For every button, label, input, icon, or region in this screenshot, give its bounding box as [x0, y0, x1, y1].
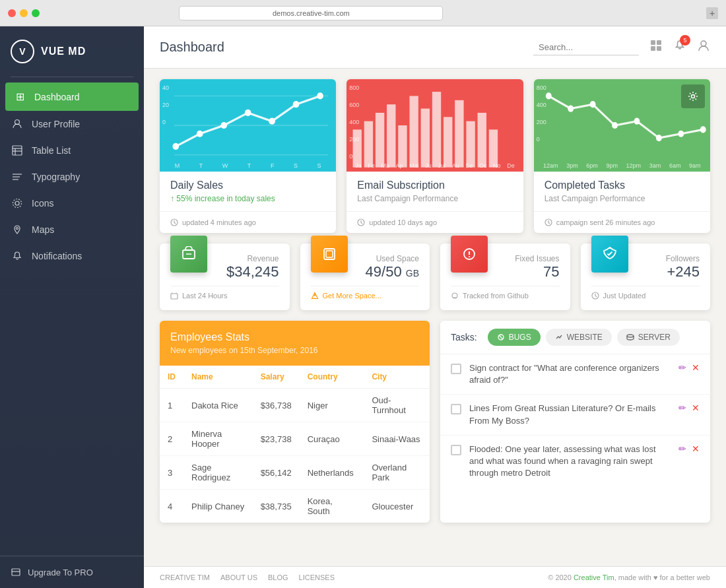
cell-salary: $56,142: [253, 456, 300, 490]
completed-tasks-body: Completed Tasks Last Campaign Performanc…: [534, 172, 710, 211]
content-body: 40 20 0: [144, 69, 726, 566]
task-checkbox-1[interactable]: [451, 404, 461, 414]
cell-id: 1: [160, 389, 183, 422]
followers-footer: Just Updated: [591, 286, 700, 300]
used-space-icon: [311, 236, 348, 273]
sidebar-item-table-list[interactable]: Table List: [0, 137, 144, 164]
completed-tasks-footer-text: campaign sent 26 minutes ago: [556, 218, 655, 226]
task-checkbox-2[interactable]: [451, 445, 461, 455]
svg-rect-55: [171, 294, 178, 299]
svg-rect-1: [13, 146, 22, 155]
sidebar-item-icons[interactable]: Icons: [0, 190, 144, 216]
dot-yellow[interactable]: [20, 9, 28, 17]
svg-rect-31: [376, 113, 384, 168]
upgrade-button[interactable]: Upgrade To PRO: [11, 567, 133, 577]
employees-table-subtitle: New employees on 15th September, 2016: [170, 346, 419, 355]
daily-sales-card: 40 20 0: [160, 79, 336, 233]
employees-table-title: Employees Stats: [170, 331, 419, 343]
col-salary: Salary: [253, 366, 300, 389]
footer-link-about-us[interactable]: ABOUT US: [220, 573, 257, 581]
svg-point-50: [700, 126, 706, 133]
server-tab[interactable]: SERVER: [617, 329, 680, 346]
footer-link-licenses[interactable]: LICENSES: [299, 573, 335, 581]
daily-sales-chart: 40 20 0: [160, 79, 336, 172]
svg-point-43: [545, 92, 551, 99]
sidebar-item-maps[interactable]: Maps: [0, 216, 144, 243]
browser-dots: [8, 9, 40, 17]
icons-icon: [11, 198, 24, 209]
fixed-issues-info: Fixed Issues 75: [496, 254, 560, 280]
task-edit-button-0[interactable]: ✏: [678, 362, 686, 373]
fixed-issues-footer: Tracked from Github: [451, 286, 560, 300]
used-space-label: Used Space: [356, 254, 420, 263]
task-actions-2: ✏ ✕: [678, 443, 700, 454]
task-checkbox-0[interactable]: [451, 364, 461, 374]
daily-sales-footer-text: updated 4 minutes ago: [182, 218, 256, 226]
main-content: Dashboard 5: [144, 26, 726, 588]
employees-table-card: Employees Stats New employees on 15th Se…: [160, 321, 430, 523]
search-input[interactable]: [533, 40, 639, 55]
email-subscription-card: 800 600 400 200 0: [346, 79, 523, 233]
col-name: Name: [183, 366, 253, 389]
chart-label-0: 0: [162, 119, 169, 125]
user-avatar-button[interactable]: [697, 39, 710, 55]
task-actions-0: ✏ ✕: [678, 362, 700, 373]
map-icon: [11, 224, 24, 235]
svg-point-62: [469, 256, 470, 257]
sidebar: V VUE MD ⊞ Dashboard User Profile: [0, 26, 144, 588]
revenue-label: Revenue: [215, 254, 279, 263]
sidebar-item-typography[interactable]: Typography: [0, 164, 144, 190]
url-text: demos.creative-tim.com: [273, 9, 350, 17]
svg-rect-40: [478, 113, 486, 168]
nav-label-icons: Icons: [32, 198, 53, 209]
new-tab-button[interactable]: +: [706, 7, 718, 19]
sidebar-footer: Upgrade To PRO: [0, 556, 144, 588]
task-delete-button-2[interactable]: ✕: [692, 443, 700, 454]
bugs-tab[interactable]: BUGS: [488, 329, 541, 346]
task-delete-button-0[interactable]: ✕: [692, 362, 700, 373]
nav-label-maps: Maps: [32, 224, 54, 235]
footer-link-blog[interactable]: BLOG: [268, 573, 288, 581]
svg-point-23: [293, 101, 300, 108]
nav-label-table-list: Table List: [32, 145, 71, 156]
browser-chrome: demos.creative-tim.com +: [0, 0, 726, 26]
grid-icon-button[interactable]: [649, 39, 663, 55]
app-container: V VUE MD ⊞ Dashboard User Profile: [0, 26, 726, 588]
sidebar-item-dashboard[interactable]: ⊞ Dashboard: [5, 82, 139, 111]
daily-sales-increase: ↑ 55% increase in today sales: [170, 194, 325, 203]
task-item: Flooded: One year later, assessing what …: [440, 436, 710, 488]
svg-point-51: [692, 95, 695, 98]
dot-green[interactable]: [32, 9, 40, 17]
task-edit-button-1[interactable]: ✏: [678, 403, 686, 413]
header: Dashboard 5: [144, 26, 726, 69]
followers-footer-text: Just Updated: [603, 292, 646, 300]
fixed-issues-value: 75: [496, 263, 560, 280]
daily-sales-svg: [160, 79, 336, 172]
svg-rect-13: [651, 40, 655, 45]
revenue-info: Revenue $34,245: [215, 254, 279, 280]
footer-link-creative-tim[interactable]: CREATIVE TIM: [160, 573, 210, 581]
fixed-issues-label: Fixed Issues: [496, 254, 560, 263]
followers-card: Followers +245 Just Updated: [581, 244, 711, 310]
task-edit-button-2[interactable]: ✏: [678, 443, 686, 454]
notification-bell-button[interactable]: 5: [673, 39, 686, 55]
dot-red[interactable]: [8, 9, 16, 17]
sidebar-item-user-profile[interactable]: User Profile: [0, 111, 144, 137]
revenue-footer: Last 24 Hours: [170, 286, 279, 300]
footer-brand: Creative Tim: [574, 573, 614, 581]
gear-icon-button[interactable]: [681, 84, 705, 108]
used-space-info: Used Space 49/50 GB: [356, 254, 420, 280]
cell-country: Korea, South: [300, 490, 364, 523]
website-tab[interactable]: WEBSITE: [546, 329, 612, 346]
table-row: 3Sage Rodriguez$56,142NetherlandsOverlan…: [160, 456, 430, 490]
followers-top: Followers +245: [591, 254, 700, 280]
email-sub-footer-text: updated 10 days ago: [369, 218, 437, 226]
email-x-labels: Ja Fe Ma Ap Mai Ju Jul Au Se Oc No De: [346, 162, 523, 169]
tasks-list: Sign contract for "What are conference o…: [440, 354, 710, 487]
sidebar-item-notifications[interactable]: Notifications: [0, 243, 144, 269]
followers-info: Followers +245: [636, 254, 700, 280]
task-delete-button-1[interactable]: ✕: [692, 403, 700, 413]
cell-country: Netherlands: [300, 456, 364, 490]
url-bar[interactable]: demos.creative-tim.com: [179, 6, 443, 20]
x-labels: M T W T F S S: [160, 162, 336, 169]
